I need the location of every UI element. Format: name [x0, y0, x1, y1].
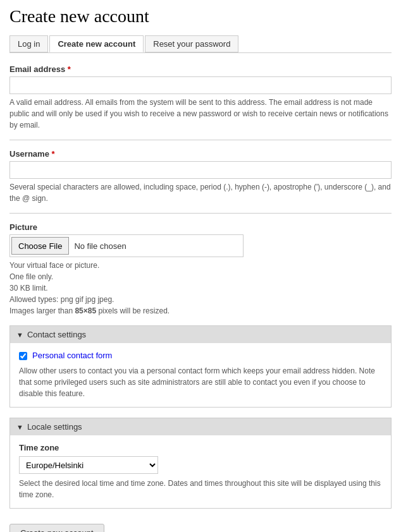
divider-1	[9, 140, 392, 140]
contact-settings-header[interactable]: ▼ Contact settings	[10, 326, 391, 343]
file-upload-row: Choose File No file chosen	[9, 234, 244, 257]
locale-settings-section: ▼ Locale settings Time zone Europe/Helsi…	[9, 418, 392, 509]
personal-contact-row: Personal contact form	[19, 351, 382, 360]
personal-contact-checkbox[interactable]	[19, 352, 27, 360]
username-field-group: Username * Several special characters ar…	[9, 149, 392, 204]
email-label: Email address *	[9, 64, 392, 74]
divider-2	[9, 213, 392, 214]
timezone-help-text: Select the desired local time and time z…	[19, 478, 382, 500]
page-title: Create new account	[9, 6, 392, 27]
locale-settings-header[interactable]: ▼ Locale settings	[10, 418, 391, 435]
tab-reset-password[interactable]: Reset your password	[145, 35, 238, 52]
locale-settings-content: Time zone Europe/Helsinki UTC America/Ne…	[10, 435, 391, 508]
locale-settings-title: Locale settings	[27, 422, 82, 432]
picture-field-group: Picture Choose File No file chosen Your …	[9, 222, 392, 317]
email-field-group: Email address * A valid email address. A…	[9, 64, 392, 131]
contact-arrow-icon: ▼	[16, 331, 23, 339]
tab-create-account[interactable]: Create new account	[49, 35, 144, 52]
picture-help-text: Your virtual face or picture. One file o…	[9, 260, 392, 317]
timezone-label: Time zone	[19, 443, 382, 452]
personal-contact-label[interactable]: Personal contact form	[32, 351, 112, 360]
submit-button[interactable]: Create new account	[9, 524, 104, 532]
contact-settings-title: Contact settings	[27, 330, 86, 339]
username-input[interactable]	[9, 161, 392, 179]
email-input[interactable]	[9, 76, 392, 94]
no-file-text: No file chosen	[74, 241, 126, 251]
contact-settings-section: ▼ Contact settings Personal contact form…	[9, 325, 392, 408]
timezone-select[interactable]: Europe/Helsinki UTC America/New_York Ame…	[19, 456, 158, 474]
picture-label: Picture	[9, 222, 392, 232]
tab-bar: Log in Create new account Reset your pas…	[9, 35, 392, 53]
tab-login[interactable]: Log in	[9, 35, 48, 52]
username-help-text: Several special characters are allowed, …	[9, 181, 392, 204]
username-label: Username *	[9, 149, 392, 159]
choose-file-button[interactable]: Choose File	[11, 237, 69, 255]
contact-settings-content: Personal contact form Allow other users …	[10, 343, 391, 407]
locale-arrow-icon: ▼	[16, 423, 23, 431]
email-help-text: A valid email address. All emails from t…	[9, 97, 392, 131]
contact-help-text: Allow other users to contact you via a p…	[19, 365, 382, 399]
